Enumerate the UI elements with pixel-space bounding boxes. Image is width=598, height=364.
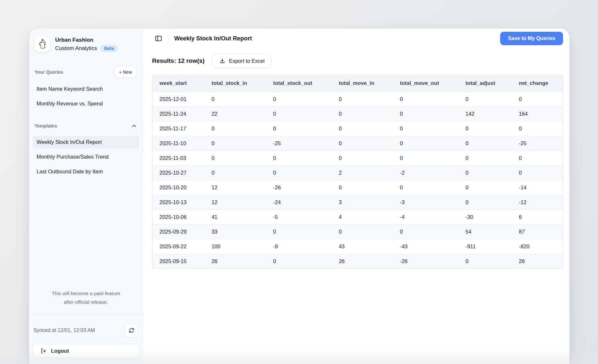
table-cell: 0 [458,254,512,269]
table-cell: -2 [393,165,458,180]
table-cell: 0 [458,180,512,195]
table-cell: 0 [458,151,512,165]
panel-left-icon [155,35,162,42]
column-header: total_stock_out [266,75,332,92]
workspace-titles: Urban Fashion Custom Analytics Beta [55,36,118,53]
your-queries-label: Your Queries [35,70,63,75]
export-to-excel-button[interactable]: Export to Excel [212,54,271,68]
table-cell: 41 [204,210,266,224]
table-cell: 2025-09-15 [152,254,204,269]
paid-feature-note: This will become a paid feature after of… [34,289,138,306]
refresh-button[interactable] [124,323,139,337]
table-cell: -4 [393,210,458,224]
workspace-header: Urban Fashion Custom Analytics Beta [35,36,137,53]
table-cell: 0 [332,121,393,136]
table-cell: 0 [266,254,332,269]
table-row: 2025-12-01000000 [152,92,563,106]
your-queries-header: Your Queries + New [35,66,137,78]
table-row: 2025-09-1526026-26026 [152,254,563,269]
table-cell: 54 [458,224,512,239]
table-cell: 0 [332,224,393,239]
logout-label: Logout [51,348,69,354]
table-cell: 2025-09-29 [152,224,204,239]
table-cell: 0 [393,224,458,239]
table-cell: 0 [393,106,458,121]
table-cell: 26 [332,254,393,269]
table-row: 2025-10-1312-243-30-12 [152,195,563,210]
table-cell: -26 [266,180,332,195]
table-row: 2025-11-100-25000-25 [152,136,563,151]
table-cell: 0 [266,121,332,136]
app-card: Urban Fashion Custom Analytics Beta Your… [29,29,569,364]
sidebar-item-query-1[interactable]: Item Name Keyword Search [33,82,139,95]
table-cell: 0 [204,151,266,165]
table-row: 2025-11-2422000142164 [152,106,563,121]
table-cell: 0 [332,180,393,195]
table-cell: -25 [512,136,563,151]
table-header: week_starttotal_stock_intotal_stock_outt… [152,75,563,92]
save-to-my-queries-button[interactable]: Save to My Queries [500,32,563,45]
table-cell: 2025-09-22 [152,239,204,254]
table-cell: -26 [393,254,458,269]
table-body: 2025-12-010000002025-11-2422000142164202… [152,92,563,269]
table-cell: 2025-10-20 [152,180,204,195]
workspace-subtitle: Custom Analytics [55,44,97,53]
table-cell: -25 [266,136,332,151]
table-row: 2025-09-29330005487 [152,224,563,239]
table-cell: 2025-10-27 [152,165,204,180]
templates-label: Templates [35,123,57,128]
table-cell: 0 [512,121,563,136]
table-cell: 0 [266,165,332,180]
main-panel: Weekly Stock In/Out Report Save to My Qu… [143,29,569,364]
logout-button[interactable]: Logout [33,344,139,358]
table-cell: 0 [204,92,266,106]
results-count: Results: 12 row(s) [152,57,205,64]
beta-badge: Beta [100,45,117,52]
table-cell: 2025-11-03 [152,151,204,165]
table-row: 2025-10-0641-54-4-306 [152,210,563,224]
table-cell: -5 [266,210,332,224]
sidebar-item-query-2[interactable]: Monthly Revenue vs. Spend [33,97,139,110]
table-cell: 87 [512,224,563,239]
new-query-button[interactable]: + New [114,66,137,78]
column-header: total_adjust [458,75,512,92]
table-cell: 0 [204,136,266,151]
table-cell: 6 [512,210,563,224]
table-cell: 0 [332,106,393,121]
column-header: net_change [512,75,563,92]
sidebar-footer: Synced at 12/01, 12:03 AM [29,315,143,364]
sidebar-item-template-1[interactable]: Weekly Stock In/Out Report [33,136,139,149]
table-cell: 0 [458,165,512,180]
results-row: Results: 12 row(s) Export to Excel [152,54,563,68]
table-cell: 12 [204,195,266,210]
templates-header[interactable]: Templates [35,120,137,132]
table-cell: 0 [458,195,512,210]
table-row: 2025-11-03000000 [152,151,563,165]
logout-icon [40,348,47,354]
table-row: 2025-10-27002-200 [152,165,563,180]
table-cell: 0 [266,224,332,239]
templates-list: Weekly Stock In/Out Report Monthly Purch… [33,134,139,178]
table-cell: 22 [204,106,266,121]
table-cell: -3 [393,195,458,210]
sidebar-item-template-3[interactable]: Last Outbound Date by Item [33,165,139,178]
column-header: total_move_in [332,75,393,92]
table-cell: 0 [512,151,563,165]
sidebar-item-template-2[interactable]: Monthly Purchase/Sales Trend [33,150,139,163]
table-cell: -30 [458,210,512,224]
table-cell: 2 [332,165,393,180]
table-cell: 0 [512,165,563,180]
table-cell: 0 [332,92,393,106]
download-icon [219,58,226,64]
workspace-logo [35,37,50,52]
results-table: week_starttotal_stock_intotal_stock_outt… [152,75,563,269]
table-cell: 164 [512,106,563,121]
table-cell: 0 [393,180,458,195]
table-cell: -14 [512,180,563,195]
table-cell: 43 [332,239,393,254]
table-cell: 0 [393,136,458,151]
table-cell: -820 [512,239,563,254]
sidebar-toggle-button[interactable] [152,32,165,45]
table-cell: -9 [266,239,332,254]
table-cell: 26 [204,254,266,269]
